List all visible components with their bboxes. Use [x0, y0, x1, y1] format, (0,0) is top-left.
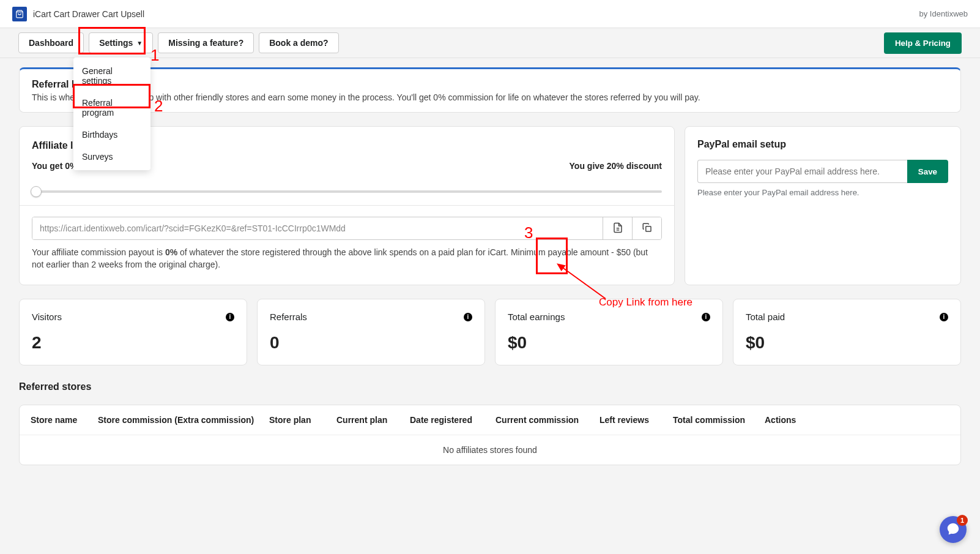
col-date-registered: Date registered	[405, 415, 491, 425]
stat-value: 2	[32, 333, 234, 353]
paypal-input-row: Save	[697, 160, 948, 183]
stat-referrals: i Referrals 0	[257, 299, 485, 365]
affiliate-desc: Your affiliate commission payout is 0% o…	[32, 246, 662, 271]
paypal-title: PayPal email setup	[697, 139, 948, 150]
document-icon	[612, 222, 623, 235]
stats-grid: i Visitors 2 i Referrals 0 i Total earni…	[19, 299, 961, 365]
app-logo-icon	[12, 7, 27, 21]
affiliate-link-section: Your affiliate commission payout is 0% o…	[20, 205, 674, 285]
paypal-card: PayPal email setup Save Please enter you…	[685, 126, 961, 285]
referred-stores-table: Store name Store commission (Extra commi…	[19, 405, 961, 465]
commission-slider[interactable]	[20, 190, 674, 205]
col-actions: Actions	[760, 415, 815, 425]
settings-label: Settings	[99, 38, 133, 48]
info-icon[interactable]: i	[940, 313, 948, 321]
copy-link-button[interactable]	[632, 217, 661, 239]
table-header: Store name Store commission (Extra commi…	[20, 405, 960, 435]
annotation-number-3: 3	[524, 223, 533, 242]
col-store-plan: Store plan	[264, 415, 332, 425]
slider-track	[32, 190, 662, 193]
nav-left: Dashboard Settings ▼ Missing a feature? …	[18, 32, 339, 53]
chat-bubble-button[interactable]: 1	[940, 516, 967, 543]
dashboard-button[interactable]: Dashboard	[18, 32, 84, 53]
book-demo-button[interactable]: Book a demo?	[259, 32, 338, 53]
paypal-email-input[interactable]	[697, 160, 907, 183]
stat-label: Visitors	[32, 312, 234, 322]
col-current-plan: Current plan	[332, 415, 405, 425]
banner-title: Referral Program	[32, 79, 948, 90]
help-pricing-button[interactable]: Help & Pricing	[884, 32, 962, 54]
referred-stores-title: Referred stores	[19, 381, 961, 392]
affiliate-url-input[interactable]	[32, 217, 603, 239]
missing-feature-button[interactable]: Missing a feature?	[158, 32, 254, 53]
main-grid: Affiliate link You get 0% commission You…	[19, 126, 961, 285]
col-store-commission: Store commission (Extra commission)	[93, 415, 264, 425]
desc-bold: 0%	[165, 247, 177, 257]
chat-badge: 1	[957, 515, 968, 526]
affiliate-url-row	[32, 217, 662, 240]
annotation-number-2: 2	[154, 97, 163, 116]
paypal-save-button[interactable]: Save	[907, 160, 948, 183]
paypal-help-text: Please enter your PayPal email address h…	[697, 188, 948, 197]
slider-handle[interactable]	[31, 186, 42, 197]
discount-give-label: You give 20% discount	[570, 161, 662, 171]
banner-text: This is where you share our app with oth…	[32, 92, 948, 102]
stat-label: Total earnings	[508, 312, 710, 322]
desc-pre: Your affiliate commission payout is	[32, 247, 165, 257]
col-store-name: Store name	[26, 415, 93, 425]
col-total-commission: Total commission	[668, 415, 760, 425]
dropdown-surveys[interactable]: Surveys	[73, 146, 150, 168]
topbar-left: iCart Cart Drawer Cart Upsell	[12, 7, 144, 21]
annotation-copy-text: Copy Link from here	[599, 296, 692, 309]
dropdown-referral-program[interactable]: Referral program	[73, 92, 150, 124]
stat-value: $0	[746, 333, 948, 353]
stat-total-paid: i Total paid $0	[733, 299, 961, 365]
col-current-commission: Current commission	[491, 415, 595, 425]
dropdown-birthdays[interactable]: Birthdays	[73, 124, 150, 146]
table-empty-row: No affiliates stores found	[20, 435, 960, 465]
app-title: iCart Cart Drawer Cart Upsell	[33, 9, 144, 19]
settings-button[interactable]: Settings ▼	[89, 32, 153, 53]
topbar: iCart Cart Drawer Cart Upsell by Identix…	[0, 0, 980, 28]
view-link-button[interactable]	[603, 217, 632, 239]
svg-rect-3	[645, 226, 650, 231]
col-left-reviews: Left reviews	[595, 415, 668, 425]
info-icon[interactable]: i	[702, 313, 710, 321]
info-icon[interactable]: i	[226, 313, 234, 321]
stat-value: 0	[270, 333, 472, 353]
dropdown-general-settings[interactable]: General settings	[73, 60, 150, 92]
stat-visitors: i Visitors 2	[19, 299, 247, 365]
navbar: Dashboard Settings ▼ Missing a feature? …	[0, 28, 980, 58]
stat-label: Total paid	[746, 312, 948, 322]
annotation-number-1: 1	[150, 46, 159, 65]
copy-icon	[642, 222, 653, 235]
info-icon[interactable]: i	[464, 313, 472, 321]
stat-value: $0	[508, 333, 710, 353]
by-text: by Identixweb	[919, 9, 968, 18]
stat-label: Referrals	[270, 312, 472, 322]
settings-dropdown: General settings Referral program Birthd…	[73, 58, 150, 170]
caret-down-icon: ▼	[136, 40, 143, 47]
